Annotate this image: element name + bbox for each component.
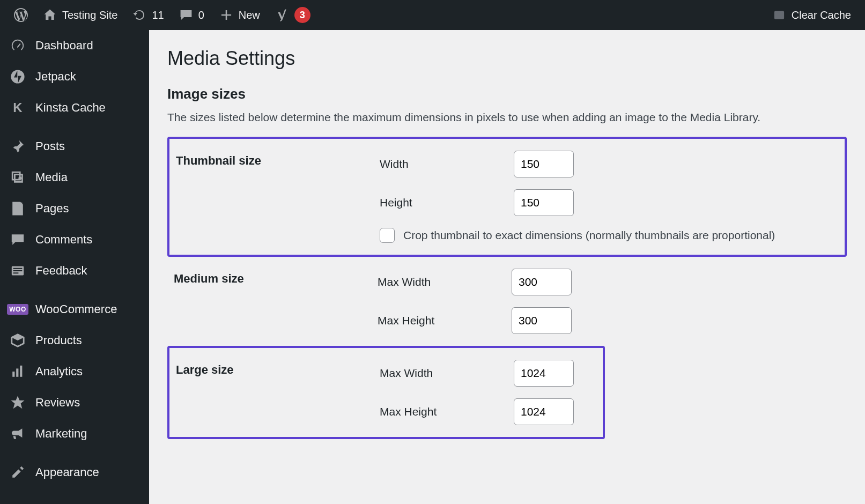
medium-maxw-input[interactable] (512, 269, 572, 295)
svg-rect-0 (774, 11, 784, 19)
comment-icon (179, 8, 193, 22)
thumbnail-width-input[interactable] (514, 151, 574, 177)
updates-menu[interactable]: 11 (125, 0, 171, 30)
woocommerce-icon: WOO (10, 301, 26, 317)
appearance-icon (10, 464, 26, 480)
svg-rect-5 (12, 372, 14, 377)
pin-icon (10, 138, 26, 154)
page-icon (10, 201, 26, 217)
clear-cache-menu[interactable]: Clear Cache (765, 0, 859, 30)
admin-toolbar: Testing Site 11 0 New 3 Clear Cache (0, 0, 865, 30)
sidebar-item-label: Products (35, 333, 82, 347)
sidebar-item-label: Kinsta Cache (35, 101, 106, 115)
large-section: Large size Max Width Max Height (167, 346, 605, 439)
home-icon (43, 8, 57, 22)
sidebar-item-label: WooCommerce (35, 302, 117, 316)
yoast-badge: 3 (294, 7, 310, 23)
sidebar-item-label: Appearance (35, 465, 99, 479)
thumbnail-crop-label: Crop thumbnail to exact dimensions (norm… (403, 229, 775, 242)
sidebar-item-label: Feedback (35, 264, 87, 278)
sidebar-item-feedback[interactable]: Feedback (0, 255, 149, 286)
new-content-menu[interactable]: New (212, 0, 268, 30)
large-maxh-input[interactable] (514, 398, 574, 425)
sidebar-item-label: Jetpack (35, 70, 76, 84)
large-maxh-label: Max Height (380, 405, 514, 418)
medium-section: Medium size Max Width Max Height (167, 257, 847, 346)
svg-rect-3 (13, 203, 23, 214)
update-icon (132, 8, 146, 22)
thumbnail-crop-row: Crop thumbnail to exact dimensions (norm… (380, 228, 838, 243)
sidebar-item-label: Dashboard (35, 39, 93, 53)
media-icon (10, 169, 26, 186)
sidebar-item-label: Analytics (35, 365, 83, 379)
medium-legend: Medium size (174, 269, 378, 334)
sidebar-item-analytics[interactable]: Analytics (0, 356, 149, 387)
clear-cache-label: Clear Cache (792, 9, 851, 21)
svg-point-1 (11, 70, 24, 83)
dashboard-icon (10, 38, 26, 54)
products-icon (10, 332, 26, 349)
analytics-icon (10, 364, 26, 380)
comments-icon (10, 232, 26, 248)
comments-menu[interactable]: 0 (172, 0, 212, 30)
medium-maxh-input[interactable] (512, 307, 572, 334)
thumbnail-crop-checkbox[interactable] (380, 228, 395, 243)
sidebar-item-products[interactable]: Products (0, 325, 149, 356)
medium-maxh-label: Max Height (378, 314, 512, 327)
sidebar-item-label: Posts (35, 139, 65, 153)
large-maxw-label: Max Width (380, 367, 514, 380)
jetpack-icon (10, 69, 26, 85)
thumbnail-height-input[interactable] (514, 189, 574, 216)
settings-form: Thumbnail size Width Height Crop thumbna… (167, 137, 847, 439)
page-title: Media Settings (167, 47, 847, 70)
sidebar-item-label: Marketing (35, 427, 87, 441)
plus-icon (219, 8, 233, 22)
yoast-icon (275, 8, 289, 22)
sidebar-item-comments[interactable]: Comments (0, 224, 149, 255)
sidebar-item-kinsta[interactable]: K Kinsta Cache (0, 92, 149, 123)
wp-logo-menu[interactable] (6, 0, 35, 30)
main-content: Media Settings Image sizes The sizes lis… (149, 30, 865, 504)
star-icon (10, 395, 26, 411)
svg-rect-7 (20, 366, 22, 377)
medium-maxw-label: Max Width (378, 276, 512, 288)
feedback-icon (10, 263, 26, 279)
section-title: Image sizes (167, 86, 847, 102)
site-name: Testing Site (62, 9, 117, 21)
large-legend: Large size (176, 360, 380, 425)
sidebar-item-posts[interactable]: Posts (0, 131, 149, 162)
sidebar-item-label: Reviews (35, 396, 80, 410)
svg-point-2 (18, 177, 21, 180)
sidebar-item-appearance[interactable]: Appearance (0, 457, 149, 488)
sidebar-item-label: Pages (35, 202, 69, 216)
sidebar-item-label: Comments (35, 233, 92, 247)
thumbnail-section: Thumbnail size Width Height Crop thumbna… (167, 137, 847, 257)
sidebar-item-dashboard[interactable]: Dashboard (0, 30, 149, 61)
sidebar-item-media[interactable]: Media (0, 162, 149, 193)
thumbnail-legend: Thumbnail size (176, 151, 380, 243)
megaphone-icon (10, 426, 26, 442)
sidebar-item-jetpack[interactable]: Jetpack (0, 61, 149, 92)
yoast-menu[interactable]: 3 (268, 0, 318, 30)
comments-count: 0 (198, 9, 204, 21)
kinsta-icon: K (10, 100, 26, 116)
section-description: The sizes listed below determine the max… (167, 111, 847, 124)
site-name-menu[interactable]: Testing Site (35, 0, 125, 30)
cache-icon (772, 8, 786, 22)
sidebar-item-label: Media (35, 171, 68, 184)
large-maxw-input[interactable] (514, 360, 574, 387)
sidebar-item-reviews[interactable]: Reviews (0, 387, 149, 418)
thumbnail-width-label: Width (380, 158, 514, 171)
updates-count: 11 (152, 9, 164, 21)
sidebar-item-pages[interactable]: Pages (0, 193, 149, 224)
sidebar-item-marketing[interactable]: Marketing (0, 418, 149, 449)
sidebar-item-woocommerce[interactable]: WOO WooCommerce (0, 294, 149, 325)
thumbnail-height-label: Height (380, 196, 514, 209)
new-label: New (239, 9, 260, 21)
admin-sidebar: Dashboard Jetpack K Kinsta Cache Posts M… (0, 30, 149, 504)
wordpress-icon (14, 8, 28, 22)
svg-rect-6 (16, 368, 18, 376)
